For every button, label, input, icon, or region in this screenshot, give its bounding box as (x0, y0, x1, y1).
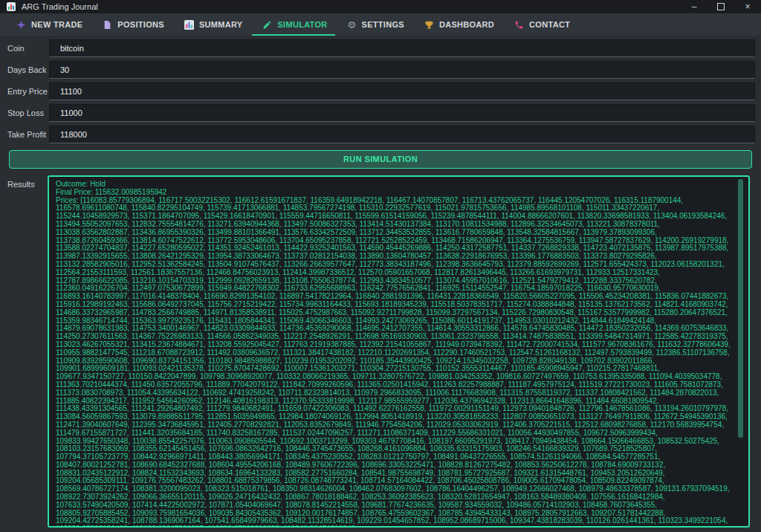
results-box[interactable]: Outcome: Hold Final Price: 115632.009851… (48, 175, 750, 528)
days-back-label: Days Back (7, 61, 47, 79)
minimize-button[interactable]: – (681, 0, 707, 13)
tab-label: SIMULATOR (277, 20, 327, 29)
stop-loss-input[interactable] (49, 104, 755, 122)
days-back-input[interactable] (49, 61, 755, 79)
coin-label: Coin (7, 39, 25, 57)
tab-label: CONTACT (529, 20, 570, 29)
window-controls: – × (681, 0, 761, 13)
trophy-icon (424, 20, 434, 30)
close-button[interactable]: × (734, 0, 761, 13)
entry-price-label: Entry Price (7, 82, 48, 100)
take-profit-label: Take Profit (7, 126, 46, 143)
tab-simulator[interactable]: SIMULATOR (262, 13, 327, 36)
tab-label: SUMMARY (199, 20, 243, 29)
prices-text: Prices: [116083.85779306894, 116717.5003… (56, 197, 731, 528)
gear-icon: ⚙ (348, 20, 357, 30)
tab-label: DASHBOARD (439, 20, 494, 29)
phone-icon (514, 20, 524, 30)
tab-label: SETTINGS (362, 20, 404, 29)
tab-summary[interactable]: SUMMARY (184, 13, 243, 36)
tab-label: NEW TRADE (31, 20, 82, 29)
tab-bar: NEW TRADE POSITIONS SUMMARY SIMULATOR ⚙ … (0, 13, 761, 36)
run-simulation-button[interactable]: RUN SIMULATION (9, 150, 752, 169)
document-icon (103, 20, 112, 30)
results-text: Outcome: Hold Final Price: 115632.009851… (49, 177, 748, 528)
take-profit-input[interactable] (49, 126, 755, 143)
tab-settings[interactable]: ⚙ SETTINGS (348, 13, 404, 36)
app-icon (7, 2, 16, 11)
final-price-line: Final Price: 115632.00985195942 (56, 189, 731, 197)
tab-dashboard[interactable]: DASHBOARD (424, 13, 494, 36)
window-titlebar: ARG Trading Journal – × (0, 0, 761, 13)
maximize-button[interactable] (707, 0, 734, 13)
tab-positions[interactable]: POSITIONS (103, 13, 164, 36)
plus-icon (16, 20, 26, 30)
tab-contact[interactable]: CONTACT (514, 13, 570, 36)
tab-label: POSITIONS (117, 20, 164, 29)
tab-new-trade[interactable]: NEW TRADE (16, 13, 82, 36)
coin-input[interactable] (49, 39, 755, 57)
maximize-icon (717, 3, 725, 10)
stop-loss-label: Stop Loss (7, 104, 44, 122)
bar-chart-icon (184, 20, 194, 30)
pencil-icon (262, 20, 272, 30)
results-label: Results (7, 175, 35, 193)
entry-price-input[interactable] (49, 82, 755, 100)
window-title: ARG Trading Journal (22, 2, 98, 11)
results-scrollbar-thumb[interactable] (738, 179, 743, 438)
app-window: ARG Trading Journal – × NEW TRADE POSITI… (0, 0, 761, 532)
